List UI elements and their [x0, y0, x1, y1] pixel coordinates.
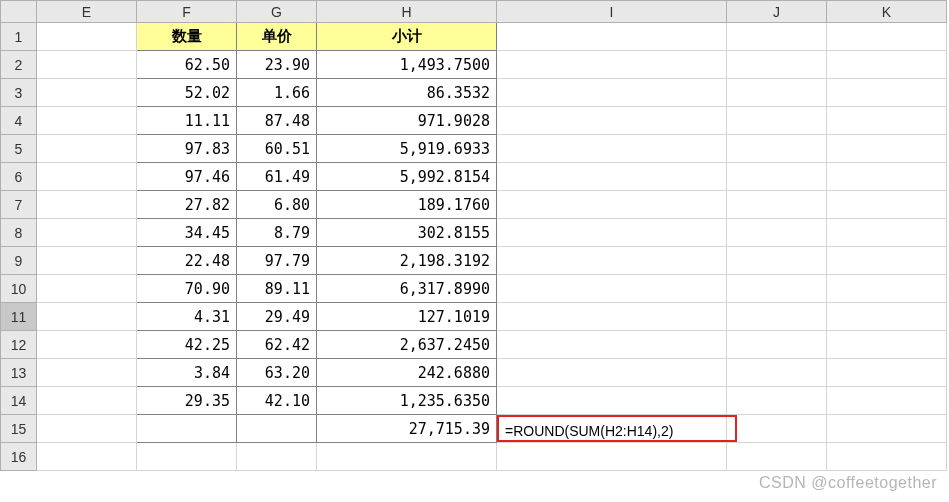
cell-F9[interactable]: 22.48	[137, 247, 237, 275]
col-header-F[interactable]: F	[137, 1, 237, 23]
cell-E5[interactable]	[37, 135, 137, 163]
cell-H13[interactable]: 242.6880	[317, 359, 497, 387]
cell-K8[interactable]	[827, 219, 947, 247]
cell-G10[interactable]: 89.11	[237, 275, 317, 303]
cell-H7[interactable]: 189.1760	[317, 191, 497, 219]
cell-I10[interactable]	[497, 275, 727, 303]
spreadsheet[interactable]: E F G H I J K 1数量单价小计262.5023.901,493.75…	[0, 0, 947, 471]
cell-F1[interactable]: 数量	[137, 23, 237, 51]
row-header-13[interactable]: 13	[1, 359, 37, 387]
cell-K5[interactable]	[827, 135, 947, 163]
cell-E12[interactable]	[37, 331, 137, 359]
cell-H14[interactable]: 1,235.6350	[317, 387, 497, 415]
cell-G15[interactable]	[237, 415, 317, 443]
cell-I11[interactable]	[497, 303, 727, 331]
cell-I4[interactable]	[497, 107, 727, 135]
cell-G5[interactable]: 60.51	[237, 135, 317, 163]
cell-E9[interactable]	[37, 247, 137, 275]
row-header-5[interactable]: 5	[1, 135, 37, 163]
row-header-15[interactable]: 15	[1, 415, 37, 443]
cell-F13[interactable]: 3.84	[137, 359, 237, 387]
cell-J5[interactable]	[727, 135, 827, 163]
cell-K1[interactable]	[827, 23, 947, 51]
cell-F11[interactable]: 4.31	[137, 303, 237, 331]
cell-F5[interactable]: 97.83	[137, 135, 237, 163]
col-header-H[interactable]: H	[317, 1, 497, 23]
cell-J10[interactable]	[727, 275, 827, 303]
cell-J8[interactable]	[727, 219, 827, 247]
cell-H12[interactable]: 2,637.2450	[317, 331, 497, 359]
cell-J7[interactable]	[727, 191, 827, 219]
cell-H9[interactable]: 2,198.3192	[317, 247, 497, 275]
cell-H15[interactable]: 27,715.39	[317, 415, 497, 443]
cell-G13[interactable]: 63.20	[237, 359, 317, 387]
cell-F8[interactable]: 34.45	[137, 219, 237, 247]
cell-E11[interactable]	[37, 303, 137, 331]
cell-E7[interactable]	[37, 191, 137, 219]
cell-I16[interactable]	[497, 443, 727, 471]
cell-K3[interactable]	[827, 79, 947, 107]
cell-G8[interactable]: 8.79	[237, 219, 317, 247]
cell-E15[interactable]	[37, 415, 137, 443]
row-header-11[interactable]: 11	[1, 303, 37, 331]
cell-J11[interactable]	[727, 303, 827, 331]
cell-E10[interactable]	[37, 275, 137, 303]
cell-H16[interactable]	[317, 443, 497, 471]
cell-I3[interactable]	[497, 79, 727, 107]
row-header-4[interactable]: 4	[1, 107, 37, 135]
cell-F16[interactable]	[137, 443, 237, 471]
cell-F7[interactable]: 27.82	[137, 191, 237, 219]
cell-K9[interactable]	[827, 247, 947, 275]
row-header-2[interactable]: 2	[1, 51, 37, 79]
col-header-E[interactable]: E	[37, 1, 137, 23]
cell-E16[interactable]	[37, 443, 137, 471]
cell-G12[interactable]: 62.42	[237, 331, 317, 359]
cell-E13[interactable]	[37, 359, 137, 387]
cell-J2[interactable]	[727, 51, 827, 79]
cell-K10[interactable]	[827, 275, 947, 303]
cell-K11[interactable]	[827, 303, 947, 331]
row-header-12[interactable]: 12	[1, 331, 37, 359]
cell-F3[interactable]: 52.02	[137, 79, 237, 107]
cell-J14[interactable]	[727, 387, 827, 415]
cell-E4[interactable]	[37, 107, 137, 135]
row-header-10[interactable]: 10	[1, 275, 37, 303]
row-header-14[interactable]: 14	[1, 387, 37, 415]
cell-I15[interactable]: =ROUND(SUM(H2:H14),2)	[497, 415, 727, 443]
row-header-8[interactable]: 8	[1, 219, 37, 247]
cell-J15[interactable]	[727, 415, 827, 443]
cell-G11[interactable]: 29.49	[237, 303, 317, 331]
cell-E1[interactable]	[37, 23, 137, 51]
cell-K14[interactable]	[827, 387, 947, 415]
cell-G1[interactable]: 单价	[237, 23, 317, 51]
cell-I2[interactable]	[497, 51, 727, 79]
cell-I13[interactable]	[497, 359, 727, 387]
cell-F14[interactable]: 29.35	[137, 387, 237, 415]
cell-E14[interactable]	[37, 387, 137, 415]
cell-E6[interactable]	[37, 163, 137, 191]
cell-I6[interactable]	[497, 163, 727, 191]
cell-G9[interactable]: 97.79	[237, 247, 317, 275]
cell-H10[interactable]: 6,317.8990	[317, 275, 497, 303]
cell-J6[interactable]	[727, 163, 827, 191]
cell-K7[interactable]	[827, 191, 947, 219]
cell-I8[interactable]	[497, 219, 727, 247]
cell-J12[interactable]	[727, 331, 827, 359]
cell-G7[interactable]: 6.80	[237, 191, 317, 219]
cell-H4[interactable]: 971.9028	[317, 107, 497, 135]
col-header-I[interactable]: I	[497, 1, 727, 23]
cell-E3[interactable]	[37, 79, 137, 107]
cell-H8[interactable]: 302.8155	[317, 219, 497, 247]
cell-I7[interactable]	[497, 191, 727, 219]
cell-H3[interactable]: 86.3532	[317, 79, 497, 107]
cell-I1[interactable]	[497, 23, 727, 51]
cell-J13[interactable]	[727, 359, 827, 387]
row-header-9[interactable]: 9	[1, 247, 37, 275]
cell-F10[interactable]: 70.90	[137, 275, 237, 303]
cell-K6[interactable]	[827, 163, 947, 191]
cell-J3[interactable]	[727, 79, 827, 107]
cell-J4[interactable]	[727, 107, 827, 135]
cell-I14[interactable]	[497, 387, 727, 415]
cell-H1[interactable]: 小计	[317, 23, 497, 51]
cell-F12[interactable]: 42.25	[137, 331, 237, 359]
